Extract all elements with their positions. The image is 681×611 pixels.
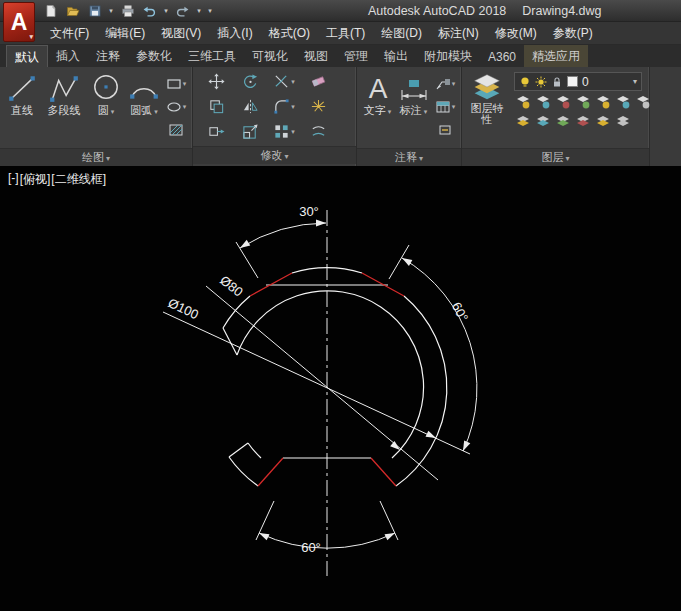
qat-customize-caret-icon[interactable]: ▾ xyxy=(205,1,215,20)
new-file-button[interactable] xyxy=(40,1,61,20)
stretch-tool-button[interactable] xyxy=(204,122,228,142)
trim-tool-button[interactable] xyxy=(272,72,296,92)
menu-parametric[interactable]: 参数(P) xyxy=(545,22,601,45)
mirror-tool-button[interactable] xyxy=(238,97,262,117)
tab-parametric[interactable]: 参数化 xyxy=(128,45,180,67)
layer-tool-icon[interactable] xyxy=(554,113,571,129)
arc-tool-button[interactable]: 圆弧 xyxy=(126,70,162,148)
erase-tool-button[interactable] xyxy=(306,72,330,92)
open-file-button[interactable] xyxy=(62,1,83,20)
tab-home[interactable]: 默认 xyxy=(6,45,48,67)
bottom-notch-left-edge xyxy=(258,458,283,486)
layer-tool-icon[interactable] xyxy=(614,113,631,129)
table-tool-button[interactable] xyxy=(433,97,457,117)
menu-edit[interactable]: 编辑(E) xyxy=(97,22,153,45)
leader-tool-button[interactable] xyxy=(433,74,457,94)
tab-insert[interactable]: 插入 xyxy=(48,45,88,67)
tab-featured-apps[interactable]: 精选应用 xyxy=(524,45,588,67)
layer-tool-icon[interactable] xyxy=(634,94,651,110)
panel-layers-title[interactable]: 图层 xyxy=(462,148,649,166)
drawing-area[interactable]: [-] [俯视] [二维线框] Ø100 Ø80 xyxy=(0,166,681,611)
redo-history-caret-icon[interactable]: ▾ xyxy=(194,1,204,20)
tab-output[interactable]: 输出 xyxy=(376,45,416,67)
line-tool-button[interactable]: 直线 xyxy=(4,70,40,148)
diameter-leaders[interactable]: Ø100 Ø80 xyxy=(163,273,470,480)
viewport-menu-control[interactable]: [-] xyxy=(8,171,19,188)
product-name: Autodesk AutoCAD 2018 xyxy=(368,4,506,18)
tab-a360[interactable]: A360 xyxy=(480,45,524,67)
menu-modify[interactable]: 修改(M) xyxy=(487,22,545,45)
polyline-tool-label: 多段线 xyxy=(48,105,81,116)
panel-draw-body: 直线 多段线 圆 圆弧 xyxy=(0,67,192,148)
undo-history-caret-icon[interactable]: ▾ xyxy=(161,1,171,20)
dimension-tool-button[interactable]: 标注 xyxy=(396,70,431,148)
explode-icon xyxy=(310,98,327,115)
viewport-visual-style-control[interactable]: [二维线框] xyxy=(51,171,106,188)
menu-view[interactable]: 视图(V) xyxy=(153,22,209,45)
dim-arc-30 xyxy=(240,223,326,248)
circle-tool-button[interactable]: 圆 xyxy=(88,70,124,148)
panel-annotation-title[interactable]: 注释 xyxy=(357,148,461,166)
viewport-view-control[interactable]: [俯视] xyxy=(20,171,51,188)
tab-visualize[interactable]: 可视化 xyxy=(244,45,296,67)
fillet-tool-button[interactable] xyxy=(272,97,296,117)
layer-tool-icon[interactable] xyxy=(614,94,631,110)
panel-draw: 直线 多段线 圆 圆弧 xyxy=(0,67,193,166)
dimension-right-60[interactable]: 60° xyxy=(389,245,477,452)
menu-format[interactable]: 格式(O) xyxy=(261,22,318,45)
dimension-top-30[interactable]: 30° xyxy=(236,204,326,278)
left-notch-upper-edge xyxy=(223,328,237,355)
explode-tool-button[interactable] xyxy=(306,97,330,117)
copy-tool-button[interactable] xyxy=(204,97,228,117)
app-menu-button[interactable]: A ▾ xyxy=(3,2,35,42)
hatch-icon xyxy=(168,123,184,137)
annotation-more-button[interactable] xyxy=(433,120,457,140)
menu-tools[interactable]: 工具(T) xyxy=(318,22,373,45)
layer-tool-icon[interactable] xyxy=(534,94,551,110)
panel-draw-title[interactable]: 绘图 xyxy=(0,148,192,166)
scale-tool-button[interactable] xyxy=(238,122,262,142)
menu-insert[interactable]: 插入(I) xyxy=(209,22,260,45)
layer-tool-icon[interactable] xyxy=(574,94,591,110)
offset-tool-button[interactable] xyxy=(306,122,330,142)
menu-dimension[interactable]: 标注(N) xyxy=(430,22,487,45)
part-geometry[interactable] xyxy=(223,268,447,486)
ellipse-tool-button[interactable] xyxy=(164,97,188,117)
layer-tool-icon[interactable] xyxy=(574,113,591,129)
menu-draw[interactable]: 绘图(D) xyxy=(373,22,430,45)
polyline-icon xyxy=(48,72,80,104)
panel-annotation-body: A 文字 标注 xyxy=(357,67,461,148)
tab-annotate[interactable]: 注释 xyxy=(88,45,128,67)
tab-add-ins[interactable]: 附加模块 xyxy=(416,45,480,67)
tab-3d-tools[interactable]: 三维工具 xyxy=(180,45,244,67)
tab-manage[interactable]: 管理 xyxy=(336,45,376,67)
panel-modify-title[interactable]: 修改 xyxy=(193,146,356,164)
polyline-tool-button[interactable]: 多段线 xyxy=(42,70,86,148)
ribbon-filler xyxy=(650,67,681,166)
layer-tool-icon[interactable] xyxy=(514,94,531,110)
layer-dropdown[interactable]: 0 ▾ xyxy=(514,72,642,91)
layer-controls: 0 ▾ xyxy=(510,70,655,148)
menu-file[interactable]: 文件(F) xyxy=(42,22,97,45)
layer-tool-icon[interactable] xyxy=(534,113,551,129)
undo-button[interactable] xyxy=(139,1,160,20)
undo-arrow-icon xyxy=(142,4,157,18)
move-tool-button[interactable] xyxy=(204,72,228,92)
save-options-caret-icon[interactable]: ▾ xyxy=(106,1,116,20)
tab-view[interactable]: 视图 xyxy=(296,45,336,67)
layer-tool-icon[interactable] xyxy=(594,113,611,129)
layer-sun-icon xyxy=(535,76,547,88)
hatch-tool-button[interactable] xyxy=(164,120,188,140)
arc-tool-label: 圆弧 xyxy=(130,105,157,117)
rectangle-tool-button[interactable] xyxy=(164,74,188,94)
layer-properties-button[interactable]: 图层特性 xyxy=(466,70,508,148)
array-tool-button[interactable] xyxy=(272,122,296,142)
layer-tool-icon[interactable] xyxy=(594,94,611,110)
save-button[interactable] xyxy=(84,1,105,20)
rotate-tool-button[interactable] xyxy=(238,72,262,92)
layer-tool-icon[interactable] xyxy=(554,94,571,110)
text-tool-button[interactable]: A 文字 xyxy=(361,70,394,148)
redo-button[interactable] xyxy=(172,1,193,20)
plot-button[interactable] xyxy=(117,1,138,20)
layer-tool-icon[interactable] xyxy=(514,113,531,129)
